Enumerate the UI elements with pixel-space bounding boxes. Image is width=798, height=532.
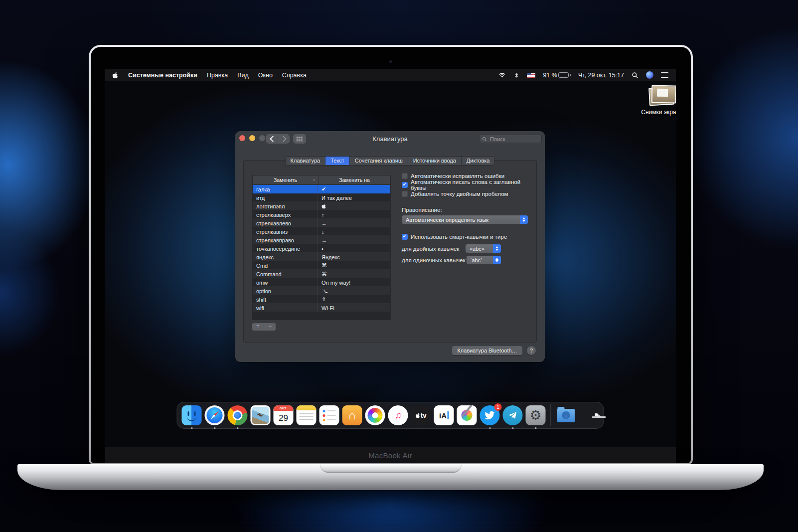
replace-with-cell: ⌥ [318, 287, 390, 295]
apple-menu-icon[interactable] [112, 71, 119, 79]
siri-icon[interactable] [646, 71, 653, 79]
tab[interactable]: Текст [325, 157, 350, 165]
table-row[interactable]: стрелкавверх ↑ [253, 210, 390, 219]
dropdown-stepper-icon [493, 244, 501, 253]
download-arrow-icon: ↓ [562, 411, 570, 419]
title-bar[interactable]: Клавиатура [235, 131, 545, 146]
desktop-background: Системные настройки Правка Вид Окно Спра… [0, 0, 798, 532]
replace-cell: omw [253, 278, 318, 287]
table-row[interactable]: логотипэпл [253, 202, 390, 210]
replace-with-cell: On my way! [318, 278, 390, 287]
column-header-replace[interactable]: Заменить ^ [253, 176, 319, 184]
dock-icon-ia-writer[interactable]: iA [434, 405, 454, 425]
text-replacements-table[interactable]: Заменить ^ Заменить на галка [252, 175, 391, 320]
dock-icon-system-preferences[interactable]: ⚙ [526, 405, 546, 425]
replace-with-cell: ← [318, 219, 390, 227]
screen-bezel: Системные настройки Правка Вид Окно Спра… [91, 47, 691, 463]
table-row[interactable]: wifi Wi-Fi [253, 304, 390, 312]
checkbox[interactable] [402, 191, 408, 197]
wifi-icon[interactable] [498, 72, 506, 78]
search-icon [482, 135, 487, 144]
calendar-day: 29 [274, 411, 294, 425]
bottom-bezel: MacBook Air [105, 447, 676, 463]
replace-cell: точкапосередине [253, 244, 318, 253]
table-row[interactable]: стрелкавлево ← [253, 219, 390, 227]
checkbox[interactable] [402, 182, 408, 188]
help-button[interactable]: ? [527, 346, 536, 355]
double-quotes-dropdown[interactable]: «abc» [466, 244, 501, 253]
dock-icon-reminders[interactable] [319, 405, 339, 425]
search-field[interactable] [479, 135, 542, 143]
input-language-flag-icon[interactable] [527, 73, 535, 78]
replace-cell: итд [253, 193, 318, 202]
table-row[interactable]: галка ✔ [253, 185, 390, 193]
menu-item[interactable]: Вид [237, 72, 249, 79]
checkbox-row[interactable]: Автоматически писать слова с заглавной б… [402, 180, 532, 189]
single-quotes-label: для одиночных кавычек [402, 257, 466, 263]
dock-icon-photos[interactable] [365, 405, 385, 425]
replace-cell: option [253, 287, 318, 295]
menu-clock[interactable]: Чт, 29 окт. 15:17 [578, 72, 624, 79]
table-row[interactable]: Cmd ⌘ [253, 261, 390, 270]
replace-with-cell: И так далее [318, 193, 390, 202]
dock-icon-safari[interactable] [205, 405, 225, 425]
bluetooth-icon[interactable] [514, 72, 519, 79]
column-header-replace-with[interactable]: Заменить на [319, 176, 390, 184]
table-row[interactable]: стрелкавправо → [253, 236, 390, 244]
menu-item[interactable]: Справка [282, 72, 307, 79]
dock-icon-music[interactable]: ♫ [388, 405, 408, 425]
table-row[interactable]: точкапосередине • [253, 244, 390, 253]
bluetooth-keyboard-button[interactable]: Клавиатура Bluetooth… [452, 346, 522, 355]
menu-item[interactable]: Правка [207, 72, 228, 79]
dock-icon-downloads[interactable]: ↓ [556, 405, 576, 425]
dock-icon-home[interactable]: ⌂ [342, 405, 362, 425]
device-label: MacBook Air [368, 451, 412, 460]
menu-item[interactable]: Системные настройки [128, 72, 197, 79]
tab[interactable]: Диктовка [462, 157, 495, 165]
checkbox-label: Использовать смарт-кавычки и тире [411, 234, 507, 240]
table-row[interactable]: Command ⌘ [253, 270, 390, 278]
replace-with-cell [318, 202, 390, 210]
dock-icon-notes[interactable] [297, 405, 317, 425]
single-quotes-dropdown[interactable]: ‘abc’ [467, 256, 501, 264]
dock-icon-pixelmator[interactable] [457, 405, 477, 425]
table-row[interactable]: итд И так далее [253, 193, 390, 202]
search-input[interactable] [489, 136, 539, 143]
dock-icon-mail[interactable] [251, 405, 271, 425]
table-row[interactable]: option ⌥ [253, 287, 390, 295]
spotlight-search-icon[interactable] [632, 72, 638, 79]
replace-cell: галка [253, 185, 318, 193]
tab[interactable]: Источники ввода [408, 157, 462, 165]
dock-icon-chrome[interactable] [228, 405, 248, 425]
remove-replacement-button[interactable]: − [264, 323, 276, 331]
screenshots-thumbnails-icon[interactable] [649, 85, 675, 104]
screenshots-stack[interactable]: Снимки экрана [635, 85, 676, 116]
notification-center-icon[interactable] [661, 72, 668, 78]
table-row[interactable]: яндекс Яндекс [253, 253, 390, 261]
dock-icon-calendar[interactable]: ОКТ. 29 [274, 405, 294, 425]
dock-icon-twitter[interactable]: 1 [480, 405, 500, 425]
replace-cell: Command [253, 270, 318, 278]
table-row[interactable]: omw On my way! [253, 278, 390, 287]
replace-cell: стрелкавверх [253, 210, 318, 219]
battery-indicator[interactable]: 91 % [543, 72, 571, 79]
replace-with-cell: ⌘ [318, 261, 390, 270]
menu-item[interactable]: Окно [258, 72, 273, 79]
checkbox[interactable] [402, 173, 408, 179]
dock-icon-finder[interactable] [182, 405, 202, 425]
table-row[interactable]: стрелкавниз ↓ [253, 227, 390, 236]
table-header: Заменить ^ Заменить на [253, 176, 390, 185]
replace-with-cell: ⇧ [318, 295, 390, 304]
checkbox[interactable] [402, 234, 408, 240]
tab-bar: Клавиатура Текст Сочетания клавиш Источн… [235, 156, 545, 166]
dock-icon-apple-tv[interactable]: tv [411, 405, 431, 425]
dock-icon-trash[interactable] [579, 405, 599, 425]
table-row[interactable]: shift ⇧ [253, 295, 390, 304]
spelling-language-dropdown[interactable]: Автоматически определять язык [402, 215, 528, 224]
add-replacement-button[interactable]: + [252, 323, 264, 331]
sort-indicator-icon: ^ [313, 178, 315, 182]
tab[interactable]: Сочетания клавиш [350, 157, 408, 165]
dock-icon-telegram[interactable] [503, 405, 523, 425]
smart-quotes-checkbox-row[interactable]: Использовать смарт-кавычки и тире [402, 232, 532, 241]
tab[interactable]: Клавиатура [286, 157, 326, 165]
